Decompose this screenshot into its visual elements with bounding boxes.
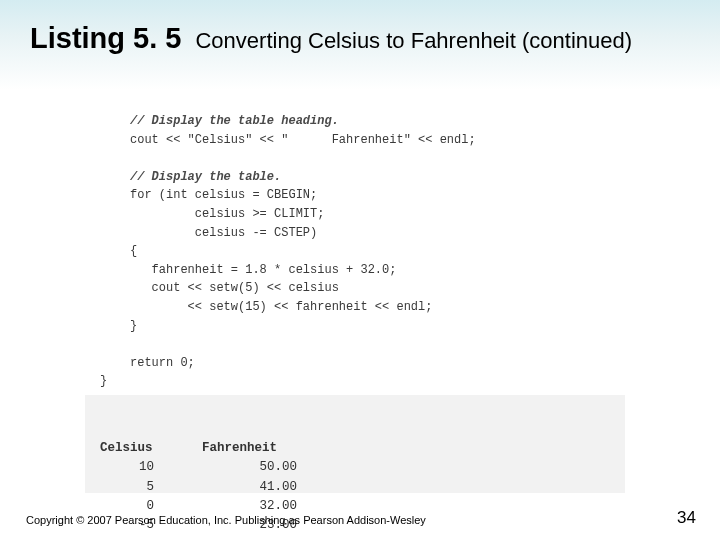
code-comment: // Display the table. [130, 170, 281, 184]
table-row: 5 41.00 [100, 478, 297, 497]
code-line: { [130, 244, 137, 258]
cell-fahrenheit: 50.00 [202, 458, 297, 477]
col-celsius: Celsius [100, 439, 202, 458]
slide-title: Listing 5. 5 Converting Celsius to Fahre… [30, 22, 700, 55]
code-line: celsius -= CSTEP) [130, 226, 317, 240]
listing-number: Listing 5. 5 [30, 22, 181, 55]
code-line: << setw(15) << fahrenheit << endl; [130, 300, 432, 314]
page-number: 34 [677, 508, 696, 528]
code-comment: // Display the table heading. [130, 114, 339, 128]
code-line: return 0; [130, 356, 195, 370]
table-header-row: Celsius Fahrenheit [100, 439, 297, 458]
cell-fahrenheit: 41.00 [202, 478, 297, 497]
code-line: } [100, 372, 107, 391]
code-line: fahrenheit = 1.8 * celsius + 32.0; [130, 263, 396, 277]
col-fahrenheit: Fahrenheit [202, 439, 297, 458]
copyright-notice: Copyright © 2007 Pearson Education, Inc.… [26, 514, 426, 526]
code-listing: // Display the table heading. cout << "C… [130, 112, 476, 391]
code-line: cout << setw(5) << celsius [130, 281, 339, 295]
cell-celsius: 5 [100, 478, 202, 497]
listing-subtitle: Converting Celsius to Fahrenheit (contin… [195, 28, 632, 54]
code-line: } [130, 319, 137, 333]
code-line: cout << "Celsius" << " Fahrenheit" << en… [130, 133, 476, 147]
code-line: celsius >= CLIMIT; [130, 207, 324, 221]
table-row: 10 50.00 [100, 458, 297, 477]
cell-celsius: 10 [100, 458, 202, 477]
code-line: for (int celsius = CBEGIN; [130, 188, 317, 202]
